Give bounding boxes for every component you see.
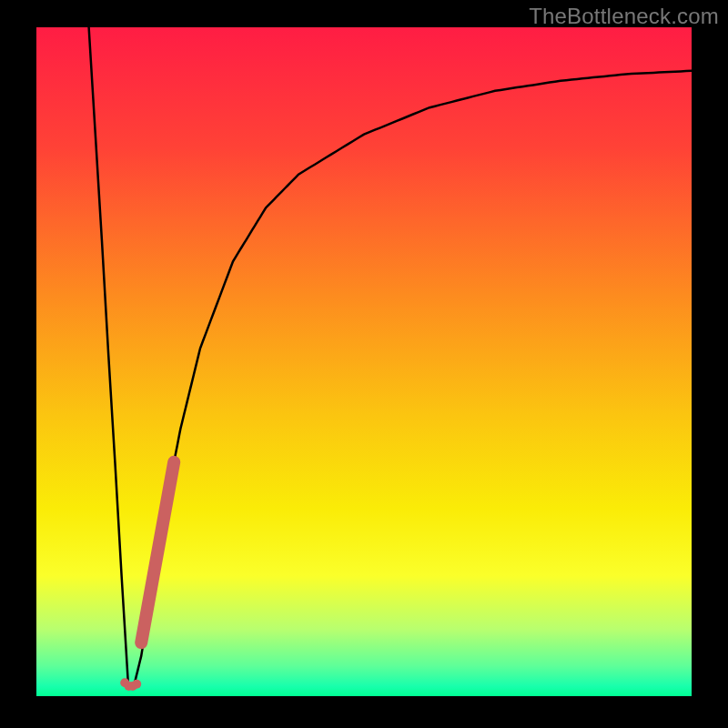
watermark-text: TheBottleneck.com [529, 4, 719, 29]
dip-marker-dot [132, 680, 141, 689]
frame-bottom [0, 696, 728, 728]
frame-right [692, 0, 728, 728]
chart-svg [0, 0, 728, 728]
plot-background [36, 27, 692, 696]
bottleneck-chart: TheBottleneck.com [0, 0, 728, 728]
frame-left [0, 0, 36, 728]
